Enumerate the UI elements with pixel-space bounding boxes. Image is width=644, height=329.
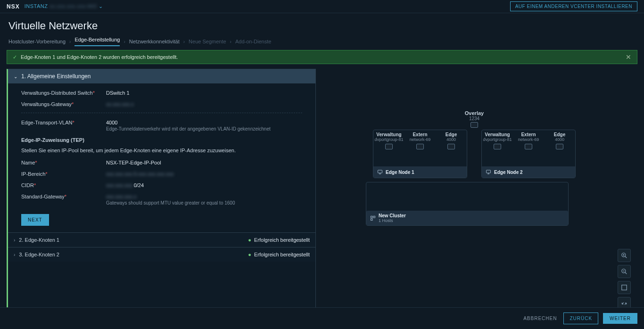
chevron-right-icon: › — [14, 252, 15, 257]
svg-rect-4 — [371, 219, 373, 221]
pool-name-label: Name* — [21, 160, 106, 165]
fit-screen-button[interactable] — [618, 281, 631, 294]
back-button[interactable]: ZURÜCK — [563, 313, 598, 324]
instance-label: INSTANZ — [25, 3, 48, 9]
node-name: Edge Node 2 — [494, 170, 523, 175]
vlan-label: Edge-Transport-VLAN* — [21, 120, 106, 125]
svg-rect-2 — [371, 216, 373, 218]
svg-rect-7 — [622, 285, 627, 290]
edge-node-2-box: Verwaltungdvportgroup-81 Externnetwork-6… — [481, 130, 576, 178]
accordion-title: 3. Edge-Knoten 2 — [19, 252, 59, 257]
breadcrumb-step-hostcluster[interactable]: Hostcluster-Vorbereitung — [8, 39, 66, 44]
col-sub: dvportgroup-81 — [373, 137, 405, 142]
col-label: Verwaltung — [482, 132, 513, 137]
cluster-box: New Cluster 1 Hosts — [366, 182, 569, 226]
success-dot-icon: ● — [248, 237, 251, 243]
instance-indicator[interactable]: INSTANZ xx.xxx.xxx.xxx:443 ⌄ — [25, 3, 103, 9]
chevron-down-icon: ⌄ — [99, 3, 103, 9]
col-sub: network-69 — [513, 137, 544, 142]
std-gateway-label: Standard-Gateway* — [21, 194, 106, 199]
ip-range-value: xxx.xxx.xxx.5-xxx.xxx.xxx.xxx — [106, 171, 302, 177]
breadcrumb-step-network[interactable]: Netzwerkkonnektivität — [129, 39, 180, 44]
nsx-logo: NSX — [7, 3, 20, 10]
topbar: NSX INSTANZ xx.xxx.xxx.xxx:443 ⌄ AUF EIN… — [0, 0, 644, 13]
ip-range-label: IP-Bereich* — [21, 171, 106, 177]
std-gateway-hint: Gateways should support MTU value greate… — [106, 200, 302, 206]
cidr-label: CIDR* — [21, 182, 106, 188]
page-title: Virtuelle Netzwerke — [0, 13, 644, 37]
divider — [21, 113, 302, 113]
breadcrumb: Hostcluster-Vorbereitung › Edge-Bereitst… — [0, 37, 644, 50]
chevron-right-icon: › — [124, 39, 125, 44]
chevron-right-icon: › — [14, 238, 15, 243]
cluster-hosts: 1 Hosts — [379, 218, 406, 223]
col-sub: dvportgroup-81 — [482, 137, 513, 142]
cluster-footer: New Cluster 1 Hosts — [366, 211, 568, 225]
port-icon — [494, 144, 501, 149]
node-icon — [486, 169, 491, 175]
port-icon — [471, 122, 478, 128]
node-name: Edge Node 1 — [386, 170, 414, 175]
cidr-value: xxx.xxx.xxx.0/24 — [106, 182, 302, 188]
breadcrumb-step-addon: Add-on-Dienste — [235, 39, 271, 44]
check-circle-icon: ✓ — [13, 54, 17, 60]
accordion-header-general[interactable]: ⌄ 1. Allgemeine Einstellungen — [8, 69, 315, 83]
zoom-out-button[interactable] — [618, 265, 631, 278]
port-icon — [556, 144, 563, 149]
success-dot-icon: ● — [248, 252, 251, 257]
install-other-vcenter-button[interactable]: AUF EINEM ANDEREN VCENTER INSTALLIEREN — [510, 1, 637, 11]
chevron-right-icon: › — [230, 39, 231, 44]
col-label: Edge — [436, 132, 467, 137]
footer-bar: ABBRECHEN ZURÜCK WEITER — [0, 307, 644, 329]
tep-section-title: Edge-IP-Zuweisung (TEP) — [21, 137, 302, 143]
success-alert: ✓ Edge-Knoten 1 und Edge-Knoten 2 wurden… — [7, 50, 637, 64]
port-icon — [385, 144, 393, 149]
std-gateway-value: xxx.xxx.xxx.x Gateways should support MT… — [106, 194, 302, 206]
chevron-right-icon: › — [183, 39, 185, 44]
pool-name-value: NSX-TEP-Edge-IP-Pool — [106, 160, 302, 165]
accordion-title: 1. Allgemeine Einstellungen — [21, 73, 91, 80]
mgmt-gateway-label: Verwaltungs-Gateway* — [21, 101, 106, 107]
cancel-button[interactable]: ABBRECHEN — [521, 313, 559, 324]
breadcrumb-step-segments: Neue Segmente — [189, 39, 226, 44]
overlay-label: Overlay — [366, 110, 583, 116]
vds-value: DSwitch 1 — [106, 90, 302, 96]
col-label: Extern — [405, 132, 436, 137]
col-sub: network-69 — [405, 137, 436, 142]
cluster-icon — [370, 215, 376, 221]
topology-panel: Overlay 1234 Verwaltungdvportgroup-81 Ex… — [324, 69, 637, 324]
accordion-title: 2. Edge-Knoten 1 — [19, 237, 59, 243]
alert-text: Edge-Knoten 1 und Edge-Knoten 2 wurden e… — [21, 54, 178, 60]
topology-diagram: Overlay 1234 Verwaltungdvportgroup-81 Ex… — [366, 110, 583, 226]
col-sub: 4000 — [544, 137, 575, 142]
vlan-hint: Edge-Tunneldatenverkehr wird mit der ang… — [106, 126, 302, 132]
svg-rect-1 — [487, 170, 491, 173]
tep-section-desc: Stellen Sie einen IP-Pool bereit, um jed… — [21, 148, 302, 153]
edge-node-1-footer: Edge Node 1 — [373, 166, 467, 178]
edge-node-1-box: Verwaltungdvportgroup-81 Externnetwork-6… — [373, 130, 467, 178]
col-label: Extern — [513, 132, 544, 137]
col-sub: 4000 — [436, 137, 467, 142]
status-badge: ●Erfolgreich bereitgestellt — [248, 237, 310, 243]
accordion-header-edge1[interactable]: › 2. Edge-Knoten 1 ●Erfolgreich bereitge… — [8, 232, 315, 247]
col-label: Edge — [544, 132, 575, 137]
settings-panel: ⌄ 1. Allgemeine Einstellungen Verwaltung… — [7, 69, 316, 324]
port-icon — [416, 144, 424, 149]
svg-rect-0 — [378, 170, 382, 173]
next-button[interactable]: NEXT — [21, 214, 49, 226]
instance-ip: xx.xxx.xxx.xxx:443 — [50, 3, 97, 9]
status-badge: ●Erfolgreich bereitgestellt — [248, 252, 310, 257]
edge-node-2-footer: Edge Node 2 — [482, 166, 575, 178]
chevron-right-icon: › — [69, 39, 71, 44]
breadcrumb-step-edge[interactable]: Edge-Bereitstellung — [74, 37, 120, 46]
continue-button[interactable]: WEITER — [603, 313, 637, 324]
close-icon[interactable]: ✕ — [626, 53, 631, 61]
vlan-value: 4000 Edge-Tunneldatenverkehr wird mit de… — [106, 120, 302, 132]
chevron-down-icon: ⌄ — [14, 74, 17, 79]
overlay-id: 1234 — [366, 116, 583, 121]
cluster-name: New Cluster — [379, 213, 406, 218]
zoom-in-button[interactable] — [618, 249, 631, 262]
accordion-header-edge2[interactable]: › 3. Edge-Knoten 2 ●Erfolgreich bereitge… — [8, 247, 315, 262]
port-icon — [447, 144, 455, 149]
accordion-body-general: Verwaltungs-Distributed Switch* DSwitch … — [8, 83, 315, 232]
